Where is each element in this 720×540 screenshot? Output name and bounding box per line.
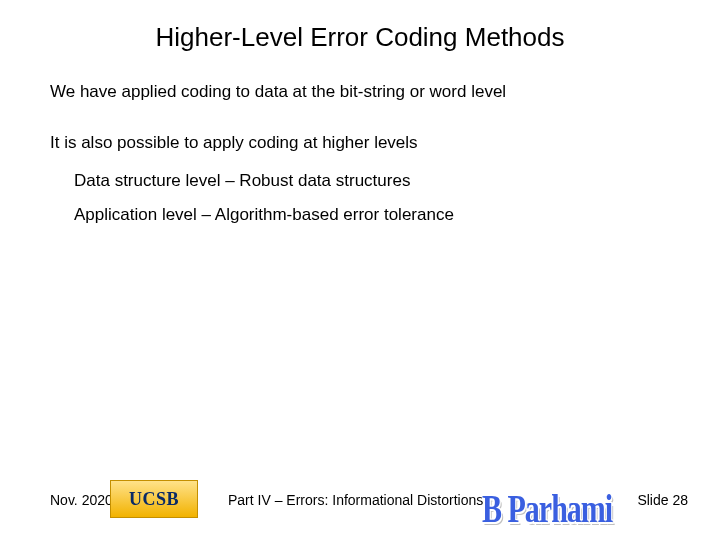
slide-title: Higher-Level Error Coding Methods [0,22,720,53]
footer-part-label: Part IV – Errors: Informational Distorti… [228,492,483,508]
bullet-data-structure: Data structure level – Robust data struc… [74,171,720,191]
paragraph-2: It is also possible to apply coding at h… [50,132,680,155]
slide-number: Slide 28 [637,492,688,508]
paragraph-1: We have applied coding to data at the bi… [50,81,680,104]
ucsb-logo: UCSB [110,480,198,518]
footer-date: Nov. 2020 [50,492,113,508]
bullet-application: Application level – Algorithm-based erro… [74,205,720,225]
author-name: B Parhami [482,486,612,532]
footer: Nov. 2020 UCSB Part IV – Errors: Informa… [0,478,720,518]
ucsb-logo-text: UCSB [129,489,179,510]
